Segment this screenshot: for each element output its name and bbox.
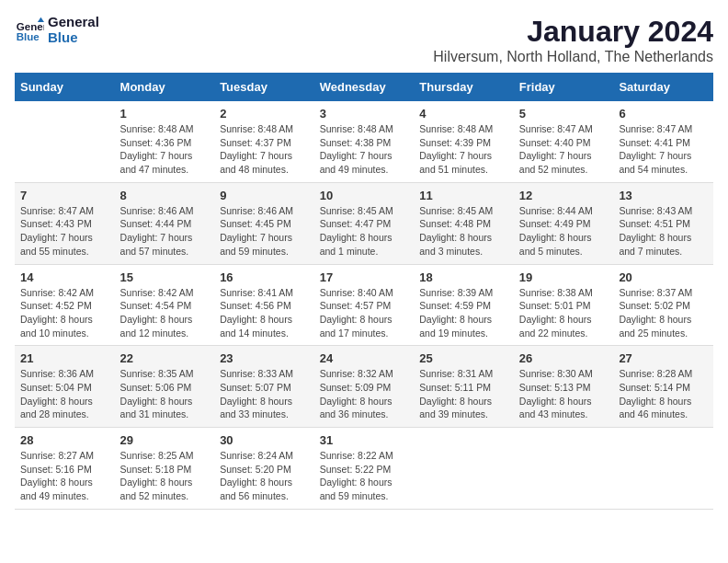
day-number: 4 (419, 107, 508, 121)
sunset-text: Sunset: 5:20 PM (220, 464, 291, 475)
sunrise-text: Sunrise: 8:27 AM (20, 450, 94, 461)
day-info: Sunrise: 8:45 AM Sunset: 4:47 PM Dayligh… (320, 204, 409, 259)
calendar-day-cell: 8 Sunrise: 8:46 AM Sunset: 4:44 PM Dayli… (115, 182, 215, 264)
daylight-text: Daylight: 8 hours and 17 minutes. (320, 314, 392, 339)
day-info: Sunrise: 8:22 AM Sunset: 5:22 PM Dayligh… (320, 449, 409, 503)
sunset-text: Sunset: 4:51 PM (619, 218, 690, 229)
day-number: 28 (20, 433, 109, 447)
calendar-day-cell: 2 Sunrise: 8:48 AM Sunset: 4:37 PM Dayli… (214, 101, 314, 182)
day-number: 1 (120, 107, 210, 121)
sunset-text: Sunset: 4:48 PM (419, 218, 491, 229)
calendar-day-cell (514, 428, 614, 510)
sunrise-text: Sunrise: 8:46 AM (220, 205, 293, 216)
day-info: Sunrise: 8:33 AM Sunset: 5:07 PM Dayligh… (220, 367, 309, 421)
day-number: 7 (20, 189, 109, 202)
day-number: 14 (20, 270, 109, 284)
sunset-text: Sunset: 4:47 PM (320, 218, 392, 229)
sunrise-text: Sunrise: 8:43 AM (619, 205, 692, 216)
calendar-day-cell: 25 Sunrise: 8:31 AM Sunset: 5:11 PM Dayl… (414, 346, 514, 428)
day-info: Sunrise: 8:40 AM Sunset: 4:57 PM Dayligh… (320, 286, 409, 340)
daylight-text: Daylight: 8 hours and 3 minutes. (419, 232, 492, 257)
daylight-text: Daylight: 8 hours and 1 minute. (320, 232, 392, 257)
page-header: General Blue General Blue January 2024 H… (15, 15, 713, 65)
weekday-header: Thursday (414, 73, 514, 101)
day-info: Sunrise: 8:36 AM Sunset: 5:04 PM Dayligh… (20, 367, 109, 421)
day-info: Sunrise: 8:32 AM Sunset: 5:09 PM Dayligh… (320, 367, 409, 421)
day-number: 24 (320, 351, 409, 365)
header-row: SundayMondayTuesdayWednesdayThursdayFrid… (15, 73, 713, 101)
logo-blue: Blue (48, 30, 99, 46)
day-info: Sunrise: 8:44 AM Sunset: 4:49 PM Dayligh… (519, 204, 609, 259)
day-info: Sunrise: 8:27 AM Sunset: 5:16 PM Dayligh… (20, 449, 109, 503)
day-info: Sunrise: 8:47 AM Sunset: 4:41 PM Dayligh… (619, 122, 708, 177)
day-info: Sunrise: 8:30 AM Sunset: 5:13 PM Dayligh… (519, 367, 609, 421)
weekday-header: Sunday (15, 73, 115, 101)
calendar-day-cell: 11 Sunrise: 8:45 AM Sunset: 4:48 PM Dayl… (414, 182, 514, 264)
calendar-day-cell: 27 Sunrise: 8:28 AM Sunset: 5:14 PM Dayl… (613, 346, 713, 428)
daylight-text: Daylight: 8 hours and 28 minutes. (20, 396, 93, 420)
daylight-text: Daylight: 8 hours and 31 minutes. (120, 396, 193, 420)
sunset-text: Sunset: 4:44 PM (120, 218, 192, 229)
day-info: Sunrise: 8:28 AM Sunset: 5:14 PM Dayligh… (619, 367, 708, 421)
calendar-day-cell: 5 Sunrise: 8:47 AM Sunset: 4:40 PM Dayli… (514, 101, 614, 182)
calendar-day-cell: 24 Sunrise: 8:32 AM Sunset: 5:09 PM Dayl… (314, 346, 415, 428)
calendar-day-cell: 29 Sunrise: 8:25 AM Sunset: 5:18 PM Dayl… (115, 428, 215, 510)
sunrise-text: Sunrise: 8:32 AM (320, 368, 393, 379)
daylight-text: Daylight: 7 hours and 49 minutes. (320, 150, 392, 175)
sunset-text: Sunset: 5:02 PM (619, 300, 690, 311)
sunrise-text: Sunrise: 8:47 AM (20, 205, 94, 216)
sunset-text: Sunset: 4:43 PM (20, 218, 92, 229)
calendar-week-row: 14 Sunrise: 8:42 AM Sunset: 4:52 PM Dayl… (15, 264, 713, 346)
calendar-week-row: 1 Sunrise: 8:48 AM Sunset: 4:36 PM Dayli… (15, 101, 713, 182)
day-number: 12 (519, 189, 609, 202)
day-number: 26 (519, 351, 609, 365)
calendar-day-cell: 15 Sunrise: 8:42 AM Sunset: 4:54 PM Dayl… (115, 264, 215, 346)
calendar-day-cell: 4 Sunrise: 8:48 AM Sunset: 4:39 PM Dayli… (414, 101, 514, 182)
sunrise-text: Sunrise: 8:45 AM (419, 205, 493, 216)
svg-text:Blue: Blue (17, 30, 40, 41)
sunrise-text: Sunrise: 8:46 AM (120, 205, 194, 216)
calendar-day-cell: 10 Sunrise: 8:45 AM Sunset: 4:47 PM Dayl… (314, 182, 415, 264)
sunset-text: Sunset: 4:36 PM (120, 137, 192, 148)
day-number: 9 (220, 189, 309, 202)
day-number: 23 (220, 351, 309, 365)
sunset-text: Sunset: 4:37 PM (220, 137, 291, 148)
daylight-text: Daylight: 7 hours and 47 minutes. (120, 150, 193, 175)
sunset-text: Sunset: 5:01 PM (519, 300, 591, 311)
sunrise-text: Sunrise: 8:40 AM (320, 287, 393, 298)
sunset-text: Sunset: 5:09 PM (320, 382, 392, 393)
day-info: Sunrise: 8:25 AM Sunset: 5:18 PM Dayligh… (120, 449, 210, 503)
day-info: Sunrise: 8:47 AM Sunset: 4:40 PM Dayligh… (519, 122, 609, 177)
day-number: 17 (320, 270, 409, 284)
day-info: Sunrise: 8:41 AM Sunset: 4:56 PM Dayligh… (220, 286, 309, 340)
calendar-day-cell: 18 Sunrise: 8:39 AM Sunset: 4:59 PM Dayl… (414, 264, 514, 346)
calendar-day-cell: 19 Sunrise: 8:38 AM Sunset: 5:01 PM Dayl… (514, 264, 614, 346)
daylight-text: Daylight: 7 hours and 48 minutes. (220, 150, 292, 175)
daylight-text: Daylight: 8 hours and 22 minutes. (519, 314, 592, 339)
sunset-text: Sunset: 4:45 PM (220, 218, 291, 229)
day-info: Sunrise: 8:38 AM Sunset: 5:01 PM Dayligh… (519, 286, 609, 340)
sunrise-text: Sunrise: 8:41 AM (220, 287, 293, 298)
sunset-text: Sunset: 5:04 PM (20, 382, 92, 393)
calendar-day-cell: 17 Sunrise: 8:40 AM Sunset: 4:57 PM Dayl… (314, 264, 415, 346)
sunset-text: Sunset: 4:57 PM (320, 300, 392, 311)
day-number: 30 (220, 433, 309, 447)
calendar-day-cell (613, 428, 713, 510)
daylight-text: Daylight: 7 hours and 51 minutes. (419, 150, 492, 175)
day-number: 15 (120, 270, 210, 284)
day-info: Sunrise: 8:24 AM Sunset: 5:20 PM Dayligh… (220, 449, 309, 503)
calendar-week-row: 28 Sunrise: 8:27 AM Sunset: 5:16 PM Dayl… (15, 428, 713, 510)
sunset-text: Sunset: 4:38 PM (320, 137, 392, 148)
sunset-text: Sunset: 5:14 PM (619, 382, 690, 393)
day-number: 10 (320, 189, 409, 202)
daylight-text: Daylight: 8 hours and 5 minutes. (519, 232, 592, 257)
daylight-text: Daylight: 8 hours and 14 minutes. (220, 314, 292, 339)
day-info: Sunrise: 8:35 AM Sunset: 5:06 PM Dayligh… (120, 367, 210, 421)
logo: General Blue General Blue (15, 15, 99, 45)
day-number: 22 (120, 351, 210, 365)
calendar-day-cell (15, 101, 115, 182)
day-number: 2 (220, 107, 309, 121)
sunrise-text: Sunrise: 8:47 AM (619, 123, 692, 134)
sunrise-text: Sunrise: 8:44 AM (519, 205, 593, 216)
day-number: 8 (120, 189, 210, 202)
